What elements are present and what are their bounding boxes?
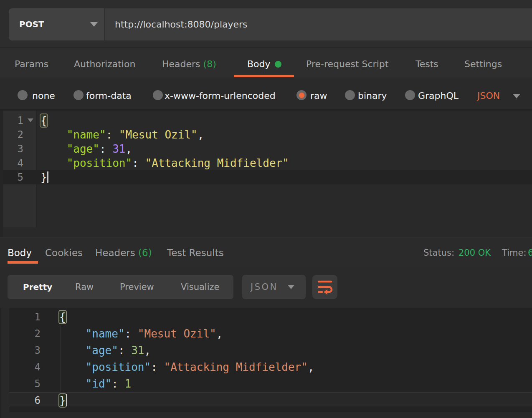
method-select[interactable]: POST xyxy=(9,8,105,40)
radio-binary[interactable] xyxy=(345,90,355,100)
response-body-panel: 1{2 "name": "Mesut Ozil",3 "age": 31,4 "… xyxy=(0,308,532,418)
tab-pre-request-script[interactable]: Pre-request Script xyxy=(306,49,388,79)
code-token-match: { xyxy=(58,310,67,324)
response-active-tab-underline xyxy=(8,261,38,264)
wrap-lines-button[interactable] xyxy=(312,275,337,299)
code-token-match: { xyxy=(40,113,48,128)
code-token-plain: , xyxy=(308,361,314,373)
response-toolbar: Pretty Raw Preview Visualize JSON xyxy=(0,267,532,308)
code-line: 2 "name": "Mesut Ozil", xyxy=(0,128,532,142)
code-token-plain xyxy=(41,128,67,141)
code-line: 1{ xyxy=(0,113,532,128)
code-token-plain: , xyxy=(198,128,204,141)
response-tab-cookies[interactable]: Cookies xyxy=(45,239,83,266)
radio-none-label[interactable]: none xyxy=(32,82,55,110)
radio-x-www-form-urlencoded[interactable] xyxy=(153,90,163,100)
code-line-text: "id": 1 xyxy=(59,375,131,392)
view-preview[interactable]: Preview xyxy=(120,275,154,299)
chevron-down-icon xyxy=(513,94,520,98)
radio-binary-label[interactable]: binary xyxy=(358,82,387,110)
code-line-text: "position": "Attacking Midfielder", xyxy=(59,359,314,375)
code-token-plain: : xyxy=(151,361,164,373)
code-line: 3 "age": 31, xyxy=(0,142,532,156)
tab-tests[interactable]: Tests xyxy=(415,49,438,79)
line-number: 2 xyxy=(3,128,23,142)
radio-form-data[interactable] xyxy=(73,90,84,100)
raw-language-value: JSON xyxy=(477,91,500,101)
chevron-down-icon xyxy=(288,285,294,289)
view-pretty[interactable]: Pretty xyxy=(23,275,52,299)
raw-language-select[interactable]: JSON xyxy=(477,82,500,110)
line-number: 1 xyxy=(3,113,23,128)
url-input[interactable]: http://localhost:8080/players xyxy=(115,8,532,40)
code-token-plain: } xyxy=(41,171,47,184)
response-language-value: JSON xyxy=(251,275,278,299)
text-cursor xyxy=(66,394,67,406)
time-label: Time: xyxy=(502,239,526,266)
radio-none[interactable] xyxy=(18,90,28,100)
code-line: 3 "age": 31, xyxy=(9,342,532,359)
radio-x-www-form-urlencoded-label[interactable]: x-www-form-urlencoded xyxy=(165,82,276,110)
code-token-key: "id" xyxy=(86,378,112,390)
line-number: 3 xyxy=(3,142,23,156)
code-line-text: "age": 31, xyxy=(41,142,132,156)
code-token-key: "name" xyxy=(67,128,106,141)
radio-graphql[interactable] xyxy=(405,90,415,100)
code-line-text: } xyxy=(59,392,67,409)
code-token-plain: , xyxy=(126,143,132,155)
response-tab-test-results[interactable]: Test Results xyxy=(167,239,224,266)
code-line-text: { xyxy=(59,309,66,325)
postman-app: POST http://localhost:8080/players Param… xyxy=(0,0,532,418)
radio-form-data-label[interactable]: form-data xyxy=(86,82,132,110)
line-number: 1 xyxy=(9,309,41,325)
code-token-str: "Attacking Midfielder" xyxy=(164,361,307,373)
url-box: POST http://localhost:8080/players xyxy=(9,8,532,40)
code-line-text: } xyxy=(41,170,48,184)
code-line: 1{ xyxy=(9,309,532,325)
status-label: Status: xyxy=(423,239,454,266)
code-line-text: "position": "Attacking Midfielder" xyxy=(41,156,289,170)
code-token-key: "age" xyxy=(86,344,118,357)
line-number: 3 xyxy=(9,342,41,359)
tab-params[interactable]: Params xyxy=(15,49,48,79)
fold-caret-icon[interactable] xyxy=(28,118,33,122)
code-line-text: "name": "Mesut Ozil", xyxy=(59,325,223,342)
code-line: 6} xyxy=(9,392,532,409)
code-token-str: "Mesut Ozil" xyxy=(119,128,198,141)
body-dot-icon xyxy=(275,61,281,68)
request-url-bar: POST http://localhost:8080/players xyxy=(0,0,532,47)
view-raw[interactable]: Raw xyxy=(75,275,94,299)
code-token-num: 31 xyxy=(112,143,125,155)
response-headers-count-badge: (6) xyxy=(138,247,152,258)
code-token-plain: : xyxy=(111,378,124,390)
code-token-plain: : xyxy=(132,157,145,169)
response-tab-headers[interactable]: Headers (6) xyxy=(95,239,152,266)
code-line: 5} xyxy=(0,170,532,184)
request-tabs: Params Authorization Headers (8) Body Pr… xyxy=(0,47,532,78)
tab-authorization[interactable]: Authorization xyxy=(74,49,135,79)
radio-raw-label[interactable]: raw xyxy=(310,82,327,110)
response-language-select[interactable]: JSON xyxy=(242,275,306,299)
tab-headers[interactable]: Headers (8) xyxy=(162,49,216,79)
line-number: 6 xyxy=(9,392,41,409)
headers-count-badge: (8) xyxy=(203,59,216,69)
view-visualize[interactable]: Visualize xyxy=(181,275,219,299)
code-token-plain xyxy=(59,327,86,340)
code-line: 4 "position": "Attacking Midfielder" xyxy=(0,156,532,170)
code-token-plain xyxy=(59,378,86,390)
code-token-key: "position" xyxy=(67,157,132,169)
response-body-viewer[interactable]: 1{2 "name": "Mesut Ozil",3 "age": 31,4 "… xyxy=(9,308,532,412)
body-mode-row: none form-data x-www-form-urlencoded raw… xyxy=(0,78,532,111)
code-token-str: "Mesut Ozil" xyxy=(138,327,216,340)
code-token-plain xyxy=(59,344,86,357)
code-token-key: "position" xyxy=(86,361,151,373)
request-body-editor[interactable]: 1{2 "name": "Mesut Ozil",3 "age": 31,4 "… xyxy=(0,109,532,237)
code-token-plain: : xyxy=(99,143,112,155)
line-number: 4 xyxy=(9,359,41,375)
tab-settings[interactable]: Settings xyxy=(464,49,502,79)
radio-graphql-label[interactable]: GraphQL xyxy=(418,82,459,110)
radio-raw[interactable] xyxy=(296,90,307,100)
code-token-plain xyxy=(59,361,86,373)
code-line: 2 "name": "Mesut Ozil", xyxy=(9,325,532,342)
active-tab-underline xyxy=(234,75,294,77)
